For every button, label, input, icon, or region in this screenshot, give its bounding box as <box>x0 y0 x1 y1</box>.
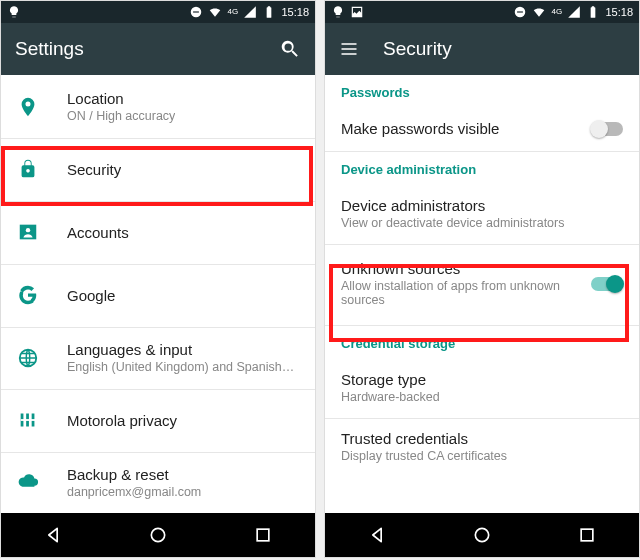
row-storage-type[interactable]: Storage type Hardware-backed <box>325 359 639 418</box>
bulb-icon <box>331 5 345 19</box>
row-device-administrators[interactable]: Device administrators View or deactivate… <box>325 185 639 244</box>
image-icon <box>350 5 364 19</box>
clock-label: 15:18 <box>605 6 633 18</box>
list-item-motorola-privacy[interactable]: Motorola privacy <box>1 388 315 451</box>
security-screen: 4G 15:18 Security Passwords Make passwor… <box>324 0 640 558</box>
list-item-title: Accounts <box>67 224 129 241</box>
signal-icon <box>567 5 581 19</box>
battery-icon <box>586 5 600 19</box>
back-icon[interactable] <box>367 525 387 545</box>
list-item-languages[interactable]: Languages & input English (United Kingdo… <box>1 326 315 388</box>
list-item-accounts[interactable]: Accounts <box>1 200 315 263</box>
location-icon <box>17 96 39 118</box>
wifi-icon <box>532 5 546 19</box>
list-item-subtitle: ON / High accuracy <box>67 109 175 123</box>
backup-icon <box>17 472 39 494</box>
row-subtitle: View or deactivate device administrators <box>341 216 623 230</box>
page-title: Settings <box>15 38 84 60</box>
navigation-bar <box>325 513 639 557</box>
signal-icon <box>243 5 257 19</box>
globe-icon <box>17 347 39 369</box>
svg-point-8 <box>475 528 488 541</box>
list-item-google[interactable]: Google <box>1 263 315 326</box>
svg-rect-1 <box>193 11 199 12</box>
google-icon <box>17 284 39 306</box>
row-title: Unknown sources <box>341 260 581 277</box>
privacy-icon <box>17 409 39 431</box>
row-title: Device administrators <box>341 197 623 214</box>
list-item-location[interactable]: Location ON / High accuracy <box>1 75 315 137</box>
svg-rect-9 <box>581 529 593 541</box>
recents-icon[interactable] <box>577 525 597 545</box>
list-item-title: Languages & input <box>67 341 297 358</box>
svg-rect-5 <box>257 529 269 541</box>
back-icon[interactable] <box>43 525 63 545</box>
list-item-title: Motorola privacy <box>67 412 177 429</box>
list-item-title: Backup & reset <box>67 466 201 483</box>
row-trusted-credentials[interactable]: Trusted credentials Display trusted CA c… <box>325 418 639 477</box>
list-item-backup[interactable]: Backup & reset danpricemx@gmail.com <box>1 451 315 513</box>
search-icon[interactable] <box>279 38 301 60</box>
row-unknown-sources[interactable]: Unknown sources Allow installation of ap… <box>325 244 639 325</box>
account-icon <box>17 221 39 243</box>
row-make-passwords-visible[interactable]: Make passwords visible <box>325 108 639 151</box>
menu-icon[interactable] <box>339 39 359 59</box>
bulb-icon <box>7 5 21 19</box>
row-subtitle: Hardware-backed <box>341 390 623 404</box>
network-label: 4G <box>551 8 562 16</box>
security-list[interactable]: Passwords Make passwords visible Device … <box>325 75 639 513</box>
navigation-bar <box>1 513 315 557</box>
app-bar: Settings <box>1 23 315 75</box>
section-header-device-admin: Device administration <box>325 151 639 185</box>
row-subtitle: Allow installation of apps from unknown … <box>341 279 581 307</box>
toggle-passwords-visible[interactable] <box>591 122 623 136</box>
toggle-unknown-sources[interactable] <box>591 277 623 291</box>
svg-point-2 <box>26 228 30 232</box>
dnd-icon <box>189 5 203 19</box>
section-header-credential-storage: Credential storage <box>325 325 639 359</box>
section-header-passwords: Passwords <box>325 75 639 108</box>
clock-label: 15:18 <box>281 6 309 18</box>
dnd-icon <box>513 5 527 19</box>
recents-icon[interactable] <box>253 525 273 545</box>
list-item-title: Security <box>67 161 121 178</box>
row-title: Storage type <box>341 371 623 388</box>
list-item-subtitle: English (United Kingdom) and Spanish (M.… <box>67 360 297 374</box>
list-item-title: Google <box>67 287 115 304</box>
home-icon[interactable] <box>148 525 168 545</box>
status-bar: 4G 15:18 <box>325 1 639 23</box>
wifi-icon <box>208 5 222 19</box>
list-item-subtitle: danpricemx@gmail.com <box>67 485 201 499</box>
row-title: Trusted credentials <box>341 430 623 447</box>
list-item-title: Location <box>67 90 175 107</box>
svg-rect-7 <box>517 11 523 12</box>
lock-icon <box>17 158 39 180</box>
page-title: Security <box>383 38 452 60</box>
settings-list[interactable]: Location ON / High accuracy Security Acc… <box>1 75 315 513</box>
row-title: Make passwords visible <box>341 120 581 137</box>
app-bar: Security <box>325 23 639 75</box>
battery-icon <box>262 5 276 19</box>
row-subtitle: Display trusted CA certificates <box>341 449 623 463</box>
network-label: 4G <box>227 8 238 16</box>
status-bar: 4G 15:18 <box>1 1 315 23</box>
list-item-security[interactable]: Security <box>1 137 315 200</box>
settings-screen: 4G 15:18 Settings Location ON / High acc… <box>0 0 316 558</box>
svg-point-4 <box>151 528 164 541</box>
home-icon[interactable] <box>472 525 492 545</box>
